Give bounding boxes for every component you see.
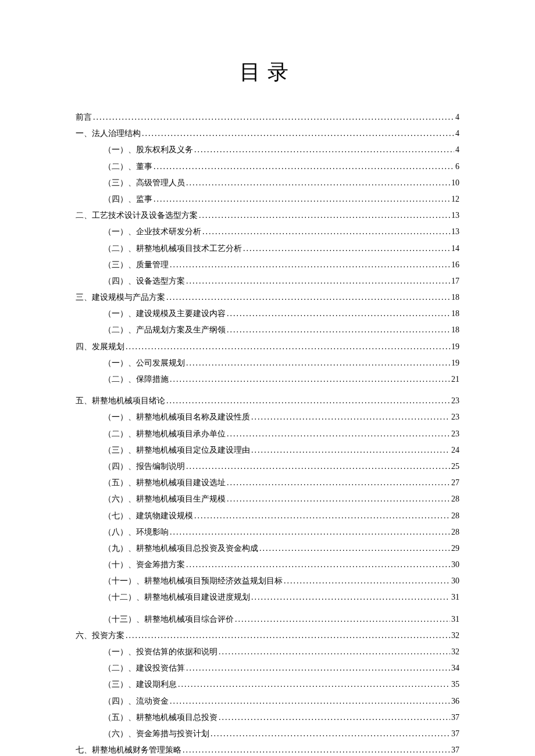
toc-entry-label: （四）、流动资金 — [104, 694, 169, 708]
toc-leader-dots — [227, 306, 450, 321]
toc-entry[interactable]: （七）、建筑物建设规模28 — [76, 508, 459, 523]
toc-entry-label: （七）、建筑物建设规模 — [104, 508, 193, 523]
toc-entry[interactable]: 二、工艺技术设计及设备选型方案13 — [76, 208, 459, 223]
toc-entry[interactable]: 三、建设规模与产品方案18 — [76, 290, 459, 304]
toc-entry[interactable]: （四）、监事12 — [76, 192, 459, 206]
toc-entry-label: （十一）、耕整地机械项目预期经济效益规划目标 — [104, 574, 283, 588]
toc-leader-dots — [251, 443, 450, 457]
toc-leader-dots — [259, 541, 450, 556]
toc-entry-page: 25 — [451, 459, 459, 474]
toc-entry[interactable]: （四）、设备选型方案17 — [76, 274, 459, 288]
toc-entry[interactable]: （二）、耕整地机械项目技术工艺分析14 — [76, 241, 459, 256]
toc-leader-dots — [170, 525, 450, 539]
toc-entry[interactable]: （十一）、耕整地机械项目预期经济效益规划目标30 — [76, 574, 459, 588]
toc-entry-label: （三）、建设期利息 — [104, 677, 177, 691]
toc-entry-label: （二）、建设投资估算 — [104, 661, 185, 675]
toc-entry-page: 6 — [455, 159, 459, 174]
toc-entry[interactable]: （三）、建设期利息35 — [76, 677, 459, 691]
toc-entry[interactable]: 五、耕整地机械项目绪论23 — [76, 393, 459, 408]
toc-entry[interactable]: （三）、质量管理16 — [76, 257, 459, 272]
toc-entry[interactable]: （五）、耕整地机械项目总投资37 — [76, 710, 459, 725]
toc-entry[interactable]: （十二）、耕整地机械项目建设进度规划31 — [76, 590, 459, 604]
toc-leader-dots — [142, 126, 454, 141]
toc-entry-page: 24 — [451, 443, 459, 457]
toc-entry-label: （二）、耕整地机械项目承办单位 — [104, 427, 226, 441]
toc-entry[interactable]: （二）、耕整地机械项目承办单位23 — [76, 427, 459, 441]
toc-entry-page: 34 — [451, 661, 459, 675]
toc-entry[interactable]: （六）、耕整地机械项目生产规模28 — [76, 492, 459, 506]
toc-leader-dots — [202, 224, 450, 239]
toc-entry[interactable]: （一）、股东权利及义务4 — [76, 142, 459, 157]
toc-entry[interactable]: （二）、保障措施21 — [76, 372, 459, 386]
toc-entry-page: 27 — [451, 475, 459, 490]
toc-entry-label: （八）、环境影响 — [104, 525, 169, 539]
toc-entry-label: （十）、资金筹措方案 — [104, 557, 185, 572]
toc-entry[interactable]: （二）、董事6 — [76, 159, 459, 174]
table-of-contents: 前言4一、法人治理结构4（一）、股东权利及义务4（二）、董事6（三）、高级管理人… — [76, 110, 459, 756]
toc-entry-page: 28 — [451, 525, 459, 539]
toc-entry[interactable]: （一）、公司发展规划19 — [76, 356, 459, 370]
toc-entry[interactable]: （八）、环境影响28 — [76, 525, 459, 539]
toc-leader-dots — [186, 557, 450, 572]
toc-leader-dots — [186, 274, 450, 288]
toc-entry-label: （一）、企业技术研发分析 — [104, 224, 201, 239]
toc-entry[interactable]: （十三）、耕整地机械项目综合评价31 — [76, 612, 459, 626]
toc-entry[interactable]: 前言4 — [76, 110, 459, 124]
toc-entry[interactable]: （一）、耕整地机械项目名称及建设性质23 — [76, 410, 459, 424]
toc-entry-page: 28 — [451, 508, 459, 523]
toc-leader-dots — [93, 110, 454, 124]
toc-entry[interactable]: （四）、流动资金36 — [76, 694, 459, 708]
toc-entry[interactable]: （三）、耕整地机械项目定位及建设理由24 — [76, 443, 459, 457]
toc-entry[interactable]: （十）、资金筹措方案30 — [76, 557, 459, 572]
page-title: 目录 — [76, 58, 459, 87]
toc-entry-label: （四）、报告编制说明 — [104, 459, 185, 474]
toc-entry-label: （一）、投资估算的依据和说明 — [104, 644, 217, 659]
toc-leader-dots — [227, 475, 450, 490]
toc-entry[interactable]: 六、投资方案32 — [76, 628, 459, 643]
toc-entry[interactable]: （四）、报告编制说明25 — [76, 459, 459, 474]
toc-entry-label: 一、法人治理结构 — [76, 126, 141, 141]
toc-leader-dots — [186, 661, 450, 675]
toc-entry[interactable]: （五）、耕整地机械项目建设选址27 — [76, 475, 459, 490]
toc-entry-label: 六、投资方案 — [76, 628, 124, 643]
toc-leader-dots — [227, 323, 450, 337]
toc-entry[interactable]: 一、法人治理结构4 — [76, 126, 459, 141]
toc-entry[interactable]: （九）、耕整地机械项目总投资及资金构成29 — [76, 541, 459, 556]
toc-entry[interactable]: （二）、产品规划方案及生产纲领18 — [76, 323, 459, 337]
toc-leader-dots — [219, 710, 450, 725]
toc-entry-label: （六）、耕整地机械项目生产规模 — [104, 492, 226, 506]
toc-entry-label: （二）、董事 — [104, 159, 152, 174]
toc-entry-page: 21 — [451, 372, 459, 386]
toc-entry-page: 37 — [451, 743, 459, 756]
toc-entry-page: 29 — [451, 541, 459, 556]
toc-leader-dots — [211, 726, 450, 741]
toc-leader-dots — [183, 743, 450, 756]
toc-leader-dots — [166, 290, 450, 304]
toc-leader-dots — [199, 208, 450, 223]
toc-entry-page: 23 — [451, 410, 459, 424]
toc-leader-dots — [186, 356, 450, 370]
toc-entry[interactable]: （一）、建设规模及主要建设内容18 — [76, 306, 459, 321]
toc-entry[interactable]: （一）、企业技术研发分析13 — [76, 224, 459, 239]
toc-entry[interactable]: （三）、高级管理人员10 — [76, 175, 459, 190]
toc-leader-dots — [243, 241, 450, 256]
toc-leader-dots — [251, 590, 450, 604]
toc-leader-dots — [251, 410, 450, 424]
toc-entry-page: 31 — [451, 590, 459, 604]
toc-entry[interactable]: （二）、建设投资估算34 — [76, 661, 459, 675]
toc-entry-label: （一）、建设规模及主要建设内容 — [104, 306, 226, 321]
toc-entry[interactable]: 四、发展规划19 — [76, 339, 459, 354]
toc-entry[interactable]: （一）、投资估算的依据和说明32 — [76, 644, 459, 659]
toc-entry-label: （十三）、耕整地机械项目综合评价 — [104, 612, 234, 626]
toc-entry[interactable]: 七、耕整地机械财务管理策略37 — [76, 743, 459, 756]
toc-entry-page: 28 — [451, 492, 459, 506]
toc-leader-dots — [219, 644, 450, 659]
toc-leader-dots — [154, 192, 450, 206]
toc-leader-dots — [126, 339, 450, 354]
toc-entry-page: 18 — [451, 306, 459, 321]
toc-entry[interactable]: （六）、资金筹措与投资计划37 — [76, 726, 459, 741]
toc-entry-label: （一）、公司发展规划 — [104, 356, 185, 370]
toc-entry-label: （十二）、耕整地机械项目建设进度规划 — [104, 590, 250, 604]
toc-entry-label: 二、工艺技术设计及设备选型方案 — [76, 208, 198, 223]
toc-leader-dots — [194, 508, 450, 523]
